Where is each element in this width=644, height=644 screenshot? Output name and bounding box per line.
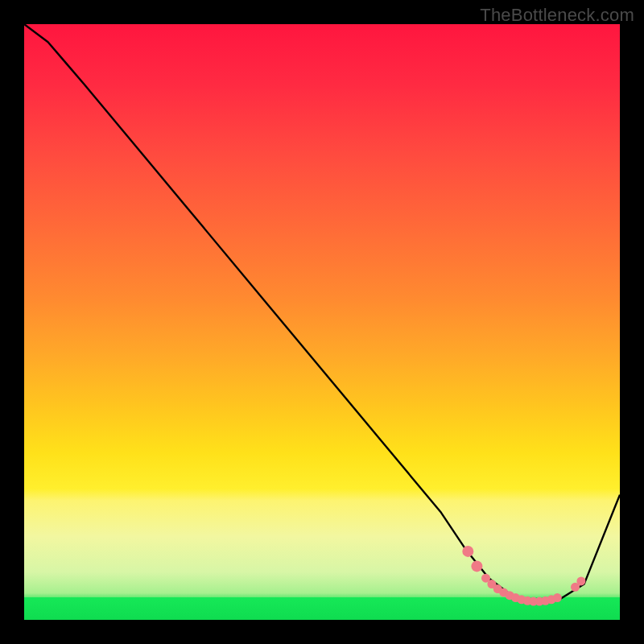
marker-point [462,546,473,557]
curve-line [24,24,620,602]
marker-cluster [462,546,585,606]
marker-point [576,576,585,585]
marker-point [471,560,482,572]
plot-area [24,24,620,620]
marker-point [553,593,562,602]
chart-overlay [24,24,620,620]
chart-frame: TheBottleneck.com [0,0,644,644]
watermark-text: TheBottleneck.com [480,5,634,26]
